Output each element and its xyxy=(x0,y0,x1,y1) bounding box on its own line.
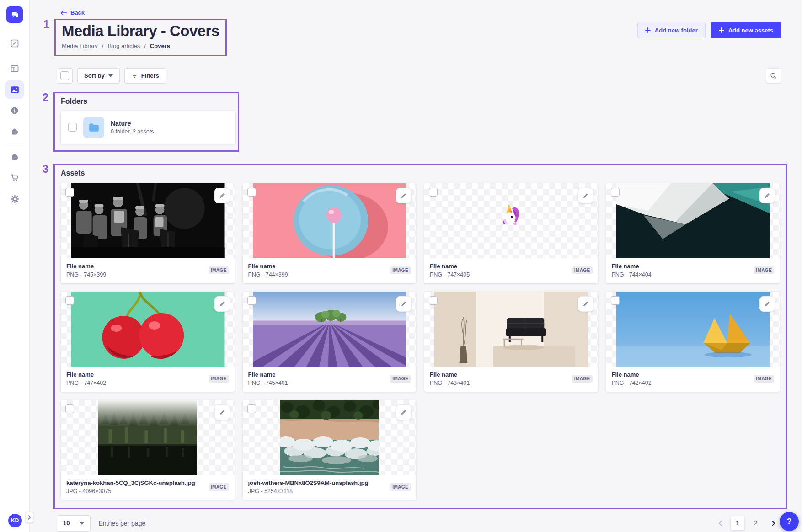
annotation-number-3: 3 xyxy=(43,163,48,176)
sidebar-item-content-type-builder[interactable] xyxy=(5,59,24,78)
sidebar-item-media-library[interactable] xyxy=(5,80,24,99)
entries-per-page-select[interactable]: 10 xyxy=(57,515,91,532)
pencil-icon xyxy=(583,192,589,199)
breadcrumb-item-blog-articles[interactable]: Blog articles xyxy=(107,43,140,49)
sidebar-item-content-manager[interactable] xyxy=(5,34,24,53)
pencil-icon xyxy=(764,301,770,307)
edit-asset-button[interactable] xyxy=(214,404,230,420)
asset-meta: PNG - 744×399 xyxy=(248,271,387,278)
back-label: Back xyxy=(70,9,85,16)
page-button-1[interactable]: 1 xyxy=(731,516,744,530)
content-type-builder-icon xyxy=(10,64,19,73)
asset-type-badge: IMAGE xyxy=(390,266,411,274)
asset-card[interactable]: File name PNG - 742×402 IMAGE xyxy=(606,292,780,392)
edit-asset-button[interactable] xyxy=(396,188,412,203)
asset-title: File name xyxy=(430,371,568,378)
asset-card[interactable]: File name PNG - 747×405 IMAGE xyxy=(424,183,598,283)
asset-meta: PNG - 747×405 xyxy=(430,271,568,278)
asset-card[interactable]: File name PNG - 745×399 IMAGE xyxy=(61,183,235,283)
content-manager-icon xyxy=(10,39,19,48)
interior-sofa-photo-image xyxy=(434,292,588,367)
asset-thumbnail xyxy=(243,292,417,367)
filters-label: Filters xyxy=(141,72,159,79)
asset-checkbox[interactable] xyxy=(429,188,438,197)
asset-checkbox[interactable] xyxy=(429,296,438,305)
sidebar-item-purchase[interactable] xyxy=(5,169,24,187)
asset-card[interactable]: File name PNG - 744×399 IMAGE xyxy=(243,183,417,283)
assets-grid: File name PNG - 745×399 IMAGE xyxy=(61,183,780,500)
asset-checkbox[interactable] xyxy=(247,296,256,305)
asset-title: File name xyxy=(612,371,750,378)
strapi-logo[interactable] xyxy=(6,6,23,23)
header: 1 Media Library - Covers Media Library /… xyxy=(57,19,781,56)
folder-card-nature[interactable]: Nature 0 folder, 2 assets xyxy=(61,111,235,144)
forest-lake-photo-image xyxy=(98,400,197,475)
asset-checkbox[interactable] xyxy=(247,404,256,413)
breadcrumb: Media Library / Blog articles / Covers xyxy=(62,43,219,49)
asset-card[interactable]: File name PNG - 747×402 IMAGE xyxy=(61,292,235,392)
asset-card[interactable]: kateryna-kokhan-5CQ_3CjSGKc-unsplash.jpg… xyxy=(61,400,235,500)
add-new-folder-button[interactable]: Add new folder xyxy=(637,22,706,38)
select-all-checkbox[interactable] xyxy=(60,71,69,80)
page-button-2[interactable]: 2 xyxy=(749,516,763,530)
asset-footer: File name PNG - 745×401 IMAGE xyxy=(243,367,417,392)
back-link[interactable]: Back xyxy=(60,9,85,16)
asset-card[interactable]: josh-withers-MBNx8O2S9AM-unsplash.jpg JP… xyxy=(243,400,417,500)
add-new-assets-button[interactable]: Add new assets xyxy=(711,22,781,38)
toolbar: Sort by Filters xyxy=(57,68,781,84)
sidebar-expand-button[interactable] xyxy=(25,512,33,523)
edit-asset-button[interactable] xyxy=(759,296,775,312)
asset-info: kateryna-kokhan-5CQ_3CjSGKc-unsplash.jpg… xyxy=(66,479,205,495)
edit-asset-button[interactable] xyxy=(214,188,230,203)
asset-info: File name PNG - 743×401 xyxy=(430,371,568,386)
asset-footer: File name PNG - 745×399 IMAGE xyxy=(61,258,235,283)
previous-page-button[interactable] xyxy=(714,517,726,529)
asset-title: File name xyxy=(430,263,568,270)
folder-meta: 0 folder, 2 assets xyxy=(111,128,154,135)
asset-card[interactable]: File name PNG - 743×401 IMAGE xyxy=(424,292,598,392)
select-all-button[interactable] xyxy=(57,68,73,84)
asset-checkbox[interactable] xyxy=(611,188,620,197)
asset-card[interactable]: File name PNG - 744×404 IMAGE xyxy=(606,183,780,283)
annotation-box-3: 3 Assets xyxy=(53,164,787,509)
pencil-icon xyxy=(401,301,407,307)
breadcrumb-item-media-library[interactable]: Media Library xyxy=(62,43,98,49)
asset-thumbnail xyxy=(424,183,598,258)
next-page-button[interactable] xyxy=(767,517,779,529)
sidebar-item-documentation[interactable] xyxy=(5,101,24,120)
user-avatar[interactable]: KD xyxy=(8,514,22,527)
asset-type-badge: IMAGE xyxy=(209,375,229,383)
edit-asset-button[interactable] xyxy=(396,296,412,312)
plus-icon xyxy=(645,27,651,33)
asset-info: File name PNG - 745×399 xyxy=(66,263,205,278)
asset-checkbox[interactable] xyxy=(65,188,74,197)
edit-asset-button[interactable] xyxy=(759,188,775,203)
asset-meta: PNG - 745×399 xyxy=(66,271,205,278)
sidebar-item-plugins[interactable] xyxy=(5,122,24,141)
edit-asset-button[interactable] xyxy=(578,188,593,203)
help-button[interactable]: ? xyxy=(780,512,799,531)
breadcrumb-separator: / xyxy=(102,43,104,49)
folder-info: Nature 0 folder, 2 assets xyxy=(111,120,154,135)
pencil-icon xyxy=(219,409,225,415)
asset-title: File name xyxy=(612,263,750,270)
grid-empty-cell xyxy=(424,400,598,500)
asset-checkbox[interactable] xyxy=(65,296,74,305)
asset-thumbnail xyxy=(424,292,598,367)
asset-info: File name PNG - 747×402 xyxy=(66,371,205,386)
sidebar-item-settings[interactable] xyxy=(5,190,24,208)
asset-card[interactable]: File name PNG - 745×401 IMAGE xyxy=(243,292,417,392)
asset-checkbox[interactable] xyxy=(247,188,256,197)
edit-asset-button[interactable] xyxy=(396,404,412,420)
asset-type-badge: IMAGE xyxy=(754,375,774,383)
asset-checkbox[interactable] xyxy=(65,404,74,413)
asset-checkbox[interactable] xyxy=(611,296,620,305)
edit-asset-button[interactable] xyxy=(214,296,230,312)
search-button[interactable] xyxy=(766,68,781,83)
filters-button[interactable]: Filters xyxy=(124,68,166,84)
sidebar-item-marketplace[interactable] xyxy=(5,148,24,166)
edit-asset-button[interactable] xyxy=(578,296,593,312)
folder-checkbox[interactable] xyxy=(68,123,77,132)
sort-by-button[interactable]: Sort by xyxy=(77,68,120,84)
sidebar-divider xyxy=(4,31,26,31)
